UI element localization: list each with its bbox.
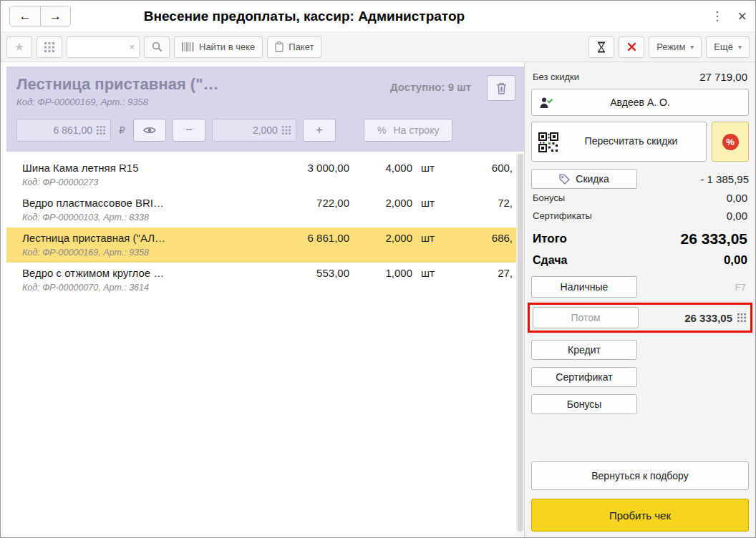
hourglass-icon <box>596 41 606 53</box>
item-unit: шт <box>412 162 450 174</box>
minus-icon: − <box>185 123 193 137</box>
print-receipt-button[interactable]: Пробить чек <box>531 499 749 532</box>
customer-button[interactable]: Авдеев А. О. <box>531 89 749 116</box>
no-discount-value: 27 719,00 <box>699 71 747 83</box>
cash-payment-button[interactable]: Наличные <box>531 276 637 298</box>
change-row: Сдача 0,00 <box>531 250 749 270</box>
quantity-field[interactable]: 2,000 <box>212 119 296 142</box>
table-row[interactable]: Шина Кама летняя R15 3 000,00 4,000 шт 6… <box>6 157 524 192</box>
item-price: 553,00 <box>263 267 349 279</box>
chevron-down-icon: ▾ <box>738 43 742 51</box>
vertical-scrollbar[interactable] <box>516 153 524 536</box>
item-name: Шина Кама летняя R15 <box>6 162 263 174</box>
percent-badge-icon: % <box>722 134 739 150</box>
grid-icon <box>44 42 54 52</box>
total-label: Итого <box>533 232 567 246</box>
discount-button[interactable]: Скидка <box>531 169 637 189</box>
item-price: 722,00 <box>263 197 349 209</box>
quantity-value: 2,000 <box>253 124 278 136</box>
more-dropdown[interactable]: Ещё ▾ <box>706 36 750 58</box>
bonus-label: Бонусы <box>567 398 602 410</box>
qty-decrease-button[interactable]: − <box>173 119 205 142</box>
product-code: Код: ФР-00000169, Арт.: 9358 <box>16 97 383 107</box>
table-row-selected[interactable]: Лестница приставная ("АЛ… 6 861,00 2,000… <box>6 228 524 263</box>
item-name: Лестница приставная ("АЛ… <box>6 232 263 244</box>
certificates-row: Сертификаты 0,00 <box>531 207 749 225</box>
change-value: 0,00 <box>724 253 747 268</box>
price-field[interactable]: 6 861,00 <box>16 119 111 142</box>
manual-discount-button[interactable]: % <box>712 122 749 162</box>
certificates-value: 0,00 <box>727 210 747 222</box>
currency-symbol: ₽ <box>119 124 125 136</box>
payment-panel: Без скидки 27 719,00 Авдеев А. О. Пересч… <box>524 62 755 537</box>
window-close-icon[interactable]: × <box>737 9 747 24</box>
clear-search-icon[interactable]: × <box>129 41 135 52</box>
plus-icon: + <box>316 123 323 137</box>
recalculate-discounts-button[interactable]: Пересчитать скидки <box>531 122 707 162</box>
window-menu-icon[interactable]: ⋮ <box>709 9 724 24</box>
mode-label: Режим <box>656 41 685 52</box>
scrollbar-thumb[interactable] <box>518 154 523 532</box>
page-title: Внесение предоплаты, кассир: Администрат… <box>89 9 519 24</box>
item-unit: шт <box>412 232 450 244</box>
bonus-payment-button[interactable]: Бонусы <box>531 394 637 414</box>
search-button[interactable] <box>144 36 170 58</box>
pay-later-value: 26 333,05 <box>684 312 732 324</box>
back-button[interactable]: ← <box>10 6 40 26</box>
item-name: Ведро пластмассовое BRI… <box>6 197 263 209</box>
barcode-icon <box>182 42 194 52</box>
keypad-icon[interactable] <box>737 313 746 322</box>
pay-later-amount-field[interactable]: 26 333,05 <box>639 312 747 324</box>
bonuses-label: Бонусы <box>533 192 565 203</box>
total-value: 26 333,05 <box>681 230 747 248</box>
item-name: Ведро с отжимом круглое … <box>6 267 263 279</box>
keypad-icon[interactable] <box>97 126 105 134</box>
forward-button[interactable]: → <box>40 6 70 26</box>
forward-icon: → <box>49 9 62 24</box>
receipt-items-list: Шина Кама летняя R15 3 000,00 4,000 шт 6… <box>6 152 524 537</box>
keypad-icon[interactable] <box>282 126 291 134</box>
view-line-button[interactable] <box>133 119 166 142</box>
cash-hotkey: F7 <box>735 282 749 293</box>
search-icon <box>152 41 163 52</box>
pay-later-button[interactable]: Потом <box>533 307 639 328</box>
search-input[interactable] <box>72 41 122 52</box>
bonuses-row: Бонусы 0,00 <box>531 189 749 207</box>
certificates-label: Сертификаты <box>533 210 592 221</box>
clipboard-icon <box>275 41 284 52</box>
content: Лестница приставная ("… Код: ФР-00000169… <box>1 62 755 537</box>
keypad-toggle-button[interactable] <box>37 36 62 58</box>
person-check-icon <box>539 97 553 109</box>
selected-product-header: Лестница приставная ("… Код: ФР-00000169… <box>6 67 524 152</box>
recalculate-discounts-label: Пересчитать скидки <box>585 135 678 148</box>
table-row[interactable]: Ведро с отжимом круглое … 553,00 1,000 ш… <box>6 263 524 298</box>
toolbar-right: Режим ▾ Ещё ▾ <box>588 36 750 58</box>
pos-window: ← → Внесение предоплаты, кассир: Админис… <box>0 0 756 538</box>
item-price: 3 000,00 <box>263 162 349 174</box>
percent-icon: % <box>377 124 386 136</box>
favorites-button[interactable]: ★ <box>6 36 32 58</box>
item-discount-sum: 72, <box>450 197 513 209</box>
total-row: Итого 26 333,05 <box>531 228 749 250</box>
pending-operations-button[interactable] <box>588 36 614 58</box>
mode-dropdown[interactable]: Режим ▾ <box>649 36 702 58</box>
back-to-selection-button[interactable]: Вернуться к подбору <box>531 461 749 490</box>
item-price: 6 861,00 <box>263 232 349 244</box>
item-qty: 1,000 <box>349 267 412 279</box>
search-input-wrap: × <box>67 36 140 58</box>
delete-line-button[interactable] <box>487 75 515 101</box>
cancel-button[interactable] <box>619 36 644 58</box>
change-label: Сдача <box>533 254 567 267</box>
certificate-payment-button[interactable]: Сертификат <box>531 367 637 387</box>
packet-button[interactable]: Пакет <box>267 36 321 58</box>
table-row[interactable]: Ведро пластмассовое BRI… 722,00 2,000 шт… <box>6 192 524 228</box>
line-discount-button[interactable]: % На строку <box>364 119 453 142</box>
qty-increase-button[interactable]: + <box>303 119 336 142</box>
find-in-check-button[interactable]: Найти в чеке <box>174 36 263 58</box>
back-icon: ← <box>19 9 32 24</box>
credit-payment-button[interactable]: Кредит <box>531 340 637 360</box>
eye-icon <box>143 126 156 134</box>
credit-label: Кредит <box>568 344 601 356</box>
print-receipt-label: Пробить чек <box>609 509 671 522</box>
available-qty-label: Доступно: 9 шт <box>390 81 471 93</box>
